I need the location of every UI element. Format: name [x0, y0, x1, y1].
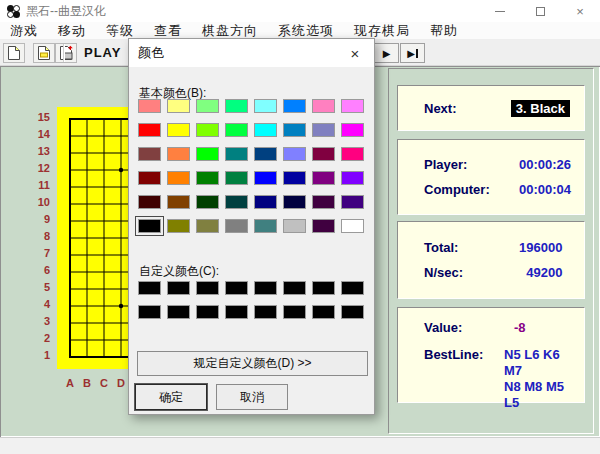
menu-item-6[interactable]: 现存棋局 [344, 22, 420, 40]
color-swatch[interactable] [138, 305, 161, 319]
menu-item-1[interactable]: 移动 [48, 22, 96, 40]
color-swatch[interactable] [225, 123, 248, 137]
timers-box: Player: 00:00:26 Computer: 00:00:04 [397, 139, 585, 215]
color-swatch[interactable] [196, 195, 219, 209]
color-swatch[interactable] [283, 305, 306, 319]
color-swatch[interactable] [196, 99, 219, 113]
define-custom-colors-button[interactable]: 规定自定义颜色(D) >> [137, 351, 368, 376]
color-swatch[interactable] [341, 123, 364, 137]
col-label: B [79, 377, 95, 389]
color-swatch[interactable] [167, 219, 190, 233]
color-swatch[interactable] [254, 171, 277, 185]
color-swatch[interactable] [312, 171, 335, 185]
step-to-end-icon[interactable]: ▶ [400, 43, 425, 63]
color-swatch[interactable] [254, 99, 277, 113]
color-swatch[interactable] [138, 147, 161, 161]
status-bar [0, 437, 600, 454]
custom-colors-label: 自定义颜色(C): [139, 263, 219, 280]
player-time-value: 00:00:26 [519, 157, 571, 172]
step-forward-icon[interactable]: ▶ [374, 43, 399, 63]
color-swatch[interactable] [225, 147, 248, 161]
color-swatch[interactable] [225, 195, 248, 209]
row-label: 15 [26, 111, 50, 123]
color-swatch[interactable] [196, 219, 219, 233]
color-swatch[interactable] [225, 219, 248, 233]
col-label: D [113, 377, 129, 389]
color-swatch[interactable] [283, 171, 306, 185]
color-swatch[interactable] [254, 195, 277, 209]
color-swatch[interactable] [341, 171, 364, 185]
color-swatch[interactable] [341, 195, 364, 209]
col-label: A [62, 377, 78, 389]
color-swatch[interactable] [225, 171, 248, 185]
color-swatch[interactable] [167, 147, 190, 161]
color-swatch[interactable] [196, 171, 219, 185]
color-swatch[interactable] [312, 195, 335, 209]
color-swatch[interactable] [167, 171, 190, 185]
color-swatch[interactable] [196, 123, 219, 137]
color-swatch[interactable] [341, 305, 364, 319]
toolbar-separator [63, 44, 65, 62]
color-swatch[interactable] [167, 195, 190, 209]
color-swatch[interactable] [138, 123, 161, 137]
color-swatch[interactable] [167, 123, 190, 137]
color-swatch[interactable] [196, 281, 219, 295]
color-swatch[interactable] [341, 99, 364, 113]
dialog-title-bar[interactable]: 颜色 × [129, 39, 374, 67]
menu-item-2[interactable]: 等级 [96, 22, 144, 40]
color-swatch[interactable] [254, 219, 277, 233]
cancel-button[interactable]: 取消 [216, 384, 288, 410]
next-label: Next: [424, 101, 457, 116]
color-swatch[interactable] [341, 219, 364, 233]
color-swatch[interactable] [167, 305, 190, 319]
color-swatch[interactable] [138, 171, 161, 185]
color-swatch[interactable] [196, 305, 219, 319]
color-swatch[interactable] [283, 281, 306, 295]
minimize-icon[interactable] [480, 0, 520, 22]
color-swatch[interactable] [138, 281, 161, 295]
color-swatch[interactable] [167, 281, 190, 295]
color-swatch[interactable] [254, 123, 277, 137]
color-swatch[interactable] [312, 219, 335, 233]
star-point [119, 168, 123, 172]
ok-button[interactable]: 确定 [135, 384, 207, 410]
color-swatch[interactable] [283, 195, 306, 209]
color-swatch[interactable] [312, 123, 335, 137]
play-button[interactable]: PLAY [84, 45, 121, 60]
color-swatch[interactable] [283, 147, 306, 161]
color-swatch[interactable] [225, 281, 248, 295]
color-swatch[interactable] [254, 305, 277, 319]
color-swatch[interactable] [341, 147, 364, 161]
close-icon[interactable]: × [560, 0, 600, 22]
color-swatch[interactable] [283, 219, 306, 233]
color-swatch[interactable] [312, 99, 335, 113]
menu-item-7[interactable]: 帮助 [420, 22, 468, 40]
color-swatch[interactable] [341, 281, 364, 295]
color-swatch[interactable] [283, 99, 306, 113]
save-file-icon[interactable] [55, 43, 77, 63]
open-file-icon[interactable] [33, 43, 55, 63]
maximize-icon[interactable] [520, 0, 560, 22]
color-swatch[interactable] [138, 195, 161, 209]
color-swatch[interactable] [225, 305, 248, 319]
dialog-close-icon[interactable]: × [336, 39, 374, 67]
color-swatch[interactable] [312, 147, 335, 161]
color-swatch[interactable] [196, 147, 219, 161]
color-swatch[interactable] [167, 99, 190, 113]
color-swatch[interactable] [254, 281, 277, 295]
menu-item-3[interactable]: 查看 [144, 22, 192, 40]
new-file-icon[interactable] [3, 43, 25, 63]
menu-item-5[interactable]: 系统选项 [268, 22, 344, 40]
window-title: 黑石--曲昱汉化 [26, 3, 106, 20]
color-swatch[interactable] [312, 281, 335, 295]
menu-item-4[interactable]: 棋盘方向 [192, 22, 268, 40]
menu-item-0[interactable]: 游戏 [0, 22, 48, 40]
color-swatch[interactable] [312, 305, 335, 319]
color-swatch[interactable] [283, 123, 306, 137]
row-label: 3 [26, 315, 50, 327]
app-window: 黑石--曲昱汉化 × 游戏移动等级查看棋盘方向系统选项现存棋局帮助 PLAY ▶… [0, 0, 600, 454]
color-swatch[interactable] [225, 99, 248, 113]
color-swatch[interactable] [254, 147, 277, 161]
color-swatch[interactable] [138, 219, 161, 233]
color-swatch[interactable] [138, 99, 161, 113]
